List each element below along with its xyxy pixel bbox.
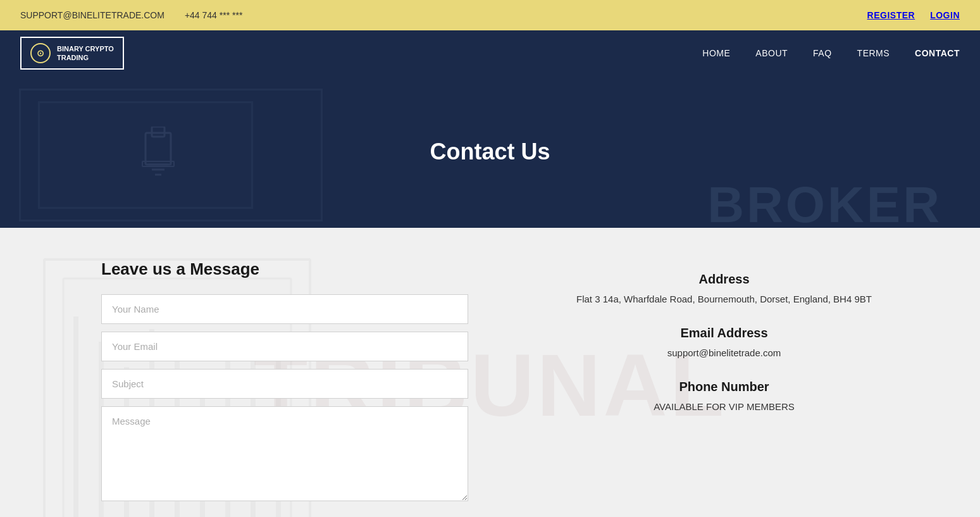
top-bar-left: SUPPORT@BINELITETRADE.COM +44 744 *** **… xyxy=(20,10,242,20)
message-textarea[interactable] xyxy=(101,406,468,501)
form-title: Leave us a Message xyxy=(101,259,468,279)
top-bar: SUPPORT@BINELITETRADE.COM +44 744 *** **… xyxy=(0,0,980,30)
top-bar-right: REGISTER LOGIN xyxy=(867,10,960,20)
content-area: TRIBUNAL Leave us a Message Address Flat… xyxy=(0,228,980,517)
form-section: Leave us a Message xyxy=(101,259,468,511)
nav-terms[interactable]: TERMS xyxy=(857,48,890,58)
support-email: SUPPORT@BINELITETRADE.COM xyxy=(20,10,164,20)
address-block: Address Flat 3 14a, Wharfdale Road, Bour… xyxy=(519,272,929,307)
phone-value: AVAILABLE FOR VIP MEMBERS xyxy=(519,399,929,414)
nav-about[interactable]: ABOUT xyxy=(755,48,788,58)
subject-input[interactable] xyxy=(101,369,468,399)
login-link[interactable]: LOGIN xyxy=(930,10,960,20)
subject-field-group xyxy=(101,369,468,399)
svg-rect-1 xyxy=(152,127,164,137)
hero-title: Contact Us xyxy=(430,139,550,165)
info-section: Address Flat 3 14a, Wharfdale Road, Bour… xyxy=(519,259,929,511)
nav-contact[interactable]: CONTACT xyxy=(915,48,960,58)
hero-section: Contact Us BROKER xyxy=(0,76,980,228)
email-value: support@binelitetrade.com xyxy=(519,346,929,361)
hero-watermark: BROKER xyxy=(707,176,942,228)
name-field-group xyxy=(101,294,468,324)
nav-home[interactable]: HOME xyxy=(702,48,730,58)
logo-icon: ⊙ xyxy=(30,43,51,63)
address-title: Address xyxy=(519,272,929,287)
message-field-group xyxy=(101,406,468,504)
logo-text: BINARY CRYPTO TRADING xyxy=(57,44,114,63)
phone-block: Phone Number AVAILABLE FOR VIP MEMBERS xyxy=(519,380,929,414)
navbar: ⊙ BINARY CRYPTO TRADING HOME ABOUT FAQ T… xyxy=(0,30,980,76)
nav-faq[interactable]: FAQ xyxy=(813,48,832,58)
phone-title: Phone Number xyxy=(519,380,929,394)
name-input[interactable] xyxy=(101,294,468,324)
email-field-group xyxy=(101,332,468,361)
email-title: Email Address xyxy=(519,326,929,340)
logo[interactable]: ⊙ BINARY CRYPTO TRADING xyxy=(20,37,124,70)
address-value: Flat 3 14a, Wharfdale Road, Bournemouth,… xyxy=(519,292,929,307)
register-link[interactable]: REGISTER xyxy=(867,10,915,20)
email-input[interactable] xyxy=(101,332,468,361)
email-block: Email Address support@binelitetrade.com xyxy=(519,326,929,361)
nav-links: HOME ABOUT FAQ TERMS CONTACT xyxy=(702,48,960,58)
support-phone: +44 744 *** *** xyxy=(185,10,242,20)
